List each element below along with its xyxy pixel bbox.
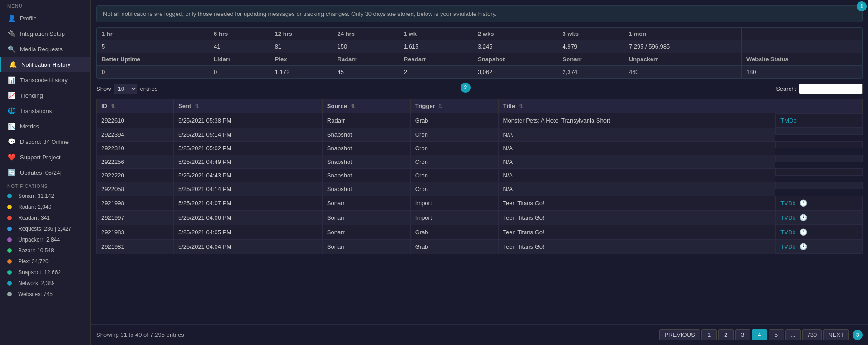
unpackerr-label: Unpackerr: 2,844 bbox=[18, 237, 60, 243]
sidebar-notif-readarr[interactable]: Readarr: 341 bbox=[0, 212, 90, 223]
pagination-page-2[interactable]: 2 bbox=[718, 329, 734, 340]
cell-title: N/A bbox=[498, 182, 775, 196]
pagination-page-3[interactable]: 3 bbox=[735, 329, 750, 340]
snapshot-label: Snapshot: 12,662 bbox=[18, 269, 61, 276]
plex-dot bbox=[7, 259, 12, 264]
data-table: ID ⇅Sent ⇅Source ⇅Trigger ⇅Title ⇅ 29226… bbox=[96, 99, 863, 254]
bazarr-label: Bazarr: 10,548 bbox=[18, 247, 54, 254]
unpackerr-dot bbox=[7, 237, 12, 242]
sidebar-item-label: Metrics bbox=[20, 123, 39, 130]
clock-icon[interactable]: 🕐 bbox=[799, 199, 807, 207]
table-row: 29223405/25/2021 05:02 PMSnapshotCronN/A bbox=[97, 141, 863, 155]
link-tvdb[interactable]: TVDb bbox=[780, 229, 795, 236]
link-tmdb[interactable]: TMDb bbox=[780, 117, 796, 124]
cell-sent: 5/25/2021 04:14 PM bbox=[174, 182, 323, 196]
step-badge-2: 2 bbox=[461, 83, 471, 93]
pagination-page-4[interactable]: 4 bbox=[752, 329, 767, 340]
pagination-page-5[interactable]: 5 bbox=[769, 329, 784, 340]
table-row: 29220585/25/2021 04:14 PMSnapshotCronN/A bbox=[97, 182, 863, 196]
table-row: 29219975/25/2021 04:06 PMSonarrImportTee… bbox=[97, 210, 863, 225]
sidebar-item-metrics[interactable]: 📉 Metrics bbox=[0, 118, 90, 134]
cell-title: Teen Titans Go! bbox=[498, 239, 775, 254]
translations-icon: 🌐 bbox=[7, 107, 15, 115]
sidebar-notif-sonarr[interactable]: Sonarr: 31,142 bbox=[0, 191, 90, 202]
sidebar-notif-unpackerr[interactable]: Unpackerr: 2,844 bbox=[0, 234, 90, 245]
link-tvdb[interactable]: TVDb bbox=[780, 200, 795, 207]
pagination-page-...[interactable]: ... bbox=[785, 329, 801, 340]
cell-actions[interactable]: TVDb🕐 bbox=[775, 210, 862, 225]
cell-actions bbox=[775, 168, 862, 176]
clock-icon[interactable]: 🕐 bbox=[799, 214, 807, 221]
sidebar-item-label: Profile bbox=[20, 15, 37, 22]
cell-actions[interactable]: TVDb🕐 bbox=[775, 239, 862, 254]
bazarr-dot bbox=[7, 248, 12, 253]
cell-trigger: Cron bbox=[410, 155, 498, 168]
cell-actions bbox=[775, 155, 862, 162]
pagination-page-1[interactable]: 1 bbox=[701, 329, 717, 340]
col-header-id[interactable]: ID ⇅ bbox=[97, 99, 174, 113]
col-header-actions[interactable] bbox=[775, 99, 863, 113]
cell-sent: 5/25/2021 04:06 PM bbox=[174, 210, 323, 225]
cell-sent: 5/25/2021 04:49 PM bbox=[174, 155, 323, 168]
plex-label: Plex: 34,720 bbox=[18, 258, 49, 265]
cell-trigger: Import bbox=[410, 210, 498, 225]
cell-sent: 5/25/2021 04:05 PM bbox=[174, 225, 323, 239]
col-header-trigger[interactable]: Trigger ⇅ bbox=[410, 99, 498, 113]
sidebar-item-notification-history[interactable]: 🔔 Notification History bbox=[0, 57, 90, 72]
sidebar-item-support-project[interactable]: ❤️ Support Project bbox=[0, 149, 90, 165]
cell-source: Sonarr bbox=[322, 225, 410, 239]
cell-title: N/A bbox=[498, 128, 775, 141]
sidebar-item-integration-setup[interactable]: 🔌 Integration Setup bbox=[0, 26, 90, 41]
pagination-next-button[interactable]: NEXT bbox=[823, 329, 849, 340]
link-tvdb[interactable]: TVDb bbox=[780, 214, 795, 221]
cell-source: Snapshot bbox=[322, 141, 410, 155]
cell-actions bbox=[775, 128, 862, 135]
cell-source: Radarr bbox=[322, 113, 410, 128]
clock-icon[interactable]: 🕐 bbox=[799, 228, 807, 236]
sidebar-notif-radarr[interactable]: Radarr: 2,040 bbox=[0, 202, 90, 212]
cell-actions[interactable]: TVDb🕐 bbox=[775, 225, 862, 239]
show-label: Show bbox=[96, 85, 111, 92]
show-entries: Show 102550100 entries bbox=[96, 84, 158, 94]
cell-id: 2922340 bbox=[97, 141, 174, 155]
pagination-page-730[interactable]: 730 bbox=[802, 329, 822, 340]
info-badge: 1 bbox=[857, 1, 867, 11]
sidebar-notif-plex[interactable]: Plex: 34,720 bbox=[0, 256, 90, 267]
sidebar-item-profile[interactable]: 👤 Profile bbox=[0, 10, 90, 26]
integration-icon: 🔌 bbox=[7, 30, 15, 38]
sidebar-notif-snapshot[interactable]: Snapshot: 12,662 bbox=[0, 267, 90, 278]
clock-icon[interactable]: 🕐 bbox=[799, 243, 807, 250]
cell-sent: 5/25/2021 04:07 PM bbox=[174, 196, 323, 210]
radarr-label: Radarr: 2,040 bbox=[18, 204, 51, 210]
cell-trigger: Import bbox=[410, 196, 498, 210]
table-row: 29226105/25/2021 05:38 PMRadarrGrabMonst… bbox=[97, 113, 863, 128]
entries-label: entries bbox=[140, 85, 158, 92]
cell-sent: 5/25/2021 05:02 PM bbox=[174, 141, 323, 155]
websites-dot bbox=[7, 292, 12, 296]
sidebar-item-media-requests[interactable]: 🔍 Media Requests bbox=[0, 41, 90, 57]
search-input[interactable] bbox=[799, 84, 863, 94]
cell-id: 2921983 bbox=[97, 225, 174, 239]
sidebar-notif-requests[interactable]: Requests: 236 | 2,427 bbox=[0, 223, 90, 234]
col-header-sent[interactable]: Sent ⇅ bbox=[174, 99, 323, 113]
sidebar-notif-bazarr[interactable]: Bazarr: 10,548 bbox=[0, 245, 90, 256]
sidebar-item-translations[interactable]: 🌐 Translations bbox=[0, 103, 90, 118]
cell-sent: 5/25/2021 05:38 PM bbox=[174, 113, 323, 128]
pagination-bar: Showing 31 to 40 of 7,295 entries PREVIO… bbox=[91, 324, 868, 345]
sidebar-item-discord[interactable]: 💬 Discord: 84 Online bbox=[0, 134, 90, 149]
entries-select[interactable]: 102550100 bbox=[114, 84, 137, 94]
sidebar-item-transcode-history[interactable]: 📊 Transcode History bbox=[0, 72, 90, 88]
sidebar-item-updates[interactable]: 🔄 Updates [05/24] bbox=[0, 165, 90, 180]
sidebar-notif-network[interactable]: Network: 2,389 bbox=[0, 278, 90, 289]
pagination-prev-button[interactable]: PREVIOUS bbox=[659, 329, 700, 340]
col-header-title[interactable]: Title ⇅ bbox=[498, 99, 775, 113]
sidebar-item-label: Discord: 84 Online bbox=[20, 138, 69, 145]
col-header-source[interactable]: Source ⇅ bbox=[322, 99, 410, 113]
sidebar-notif-websites[interactable]: Websites: 745 bbox=[0, 289, 90, 300]
cell-trigger: Cron bbox=[410, 141, 498, 155]
search-box: Search: bbox=[776, 84, 863, 94]
cell-actions[interactable]: TVDb🕐 bbox=[775, 196, 862, 210]
link-tvdb[interactable]: TVDb bbox=[780, 243, 795, 250]
cell-actions[interactable]: TMDb bbox=[775, 113, 862, 128]
sidebar-item-trending[interactable]: 📈 Trending bbox=[0, 88, 90, 103]
